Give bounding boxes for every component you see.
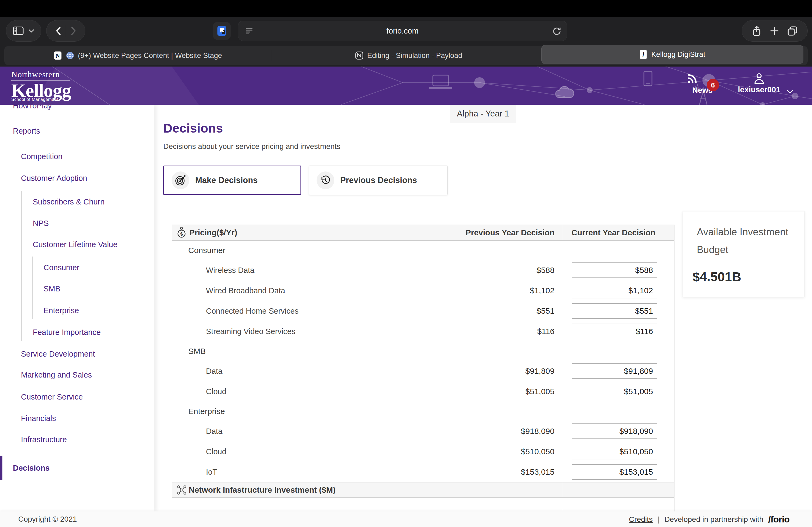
- current-year-input[interactable]: [572, 262, 657, 278]
- budget-card-title: Available Investment Budget: [697, 223, 788, 259]
- category-row-consumer: Consumer: [172, 241, 674, 260]
- svg-text:N: N: [56, 52, 60, 59]
- current-year-input[interactable]: [572, 303, 657, 319]
- current-year-input[interactable]: [572, 363, 657, 379]
- svg-text:/: /: [642, 51, 644, 58]
- previous-year-value: $588: [536, 266, 554, 275]
- footer-separator: |: [657, 515, 659, 524]
- sidebar-item-reports[interactable]: Reports: [13, 123, 40, 139]
- current-year-input[interactable]: [572, 384, 657, 399]
- sidebar-item-competition[interactable]: Competition: [21, 148, 62, 165]
- current-year-input[interactable]: [572, 423, 657, 439]
- reload-icon[interactable]: [552, 26, 562, 36]
- history-icon: [317, 171, 334, 189]
- new-tab-icon[interactable]: [769, 26, 780, 36]
- sidebar-item-enterprise[interactable]: Enterprise: [44, 302, 79, 318]
- previous-decisions-tab[interactable]: Previous Decisions: [309, 166, 448, 195]
- budget-title-line1: Available Investment: [697, 226, 788, 238]
- current-year-input[interactable]: [572, 464, 657, 480]
- sidebar-item-customer-adoption[interactable]: Customer Adoption: [21, 170, 87, 186]
- table-row: Connected Home Services$551: [172, 301, 674, 321]
- row-label: Streaming Video Services: [206, 327, 295, 336]
- news-badge: 6: [707, 79, 719, 91]
- budget-card-value: $4.501B: [693, 269, 741, 284]
- tab-website-pages[interactable]: N (9+) Website Pages Content | Website S…: [4, 46, 271, 65]
- tab-overview-icon[interactable]: [787, 25, 798, 36]
- kellogg-logo[interactable]: Northwestern Kellogg School of Managemen…: [11, 70, 71, 102]
- pricing-table: $ Pricing($/Yr) Previous Year Decision C…: [172, 225, 675, 511]
- tab-kellogg-digistrat[interactable]: / Kellogg DigiStrat: [541, 45, 803, 64]
- network-section-title: Network Infastructure Investment ($M): [189, 485, 336, 495]
- news-button[interactable]: 6 News: [686, 73, 719, 95]
- previous-year-value: $1,102: [530, 286, 554, 295]
- sidebar-item-feature-importance[interactable]: Feature Importance: [33, 324, 101, 340]
- user-menu[interactable]: lexiuser001: [734, 73, 785, 94]
- sidebar-item-customer-service[interactable]: Customer Service: [21, 389, 83, 405]
- footer-credits: Credits | Developed in partnership with …: [629, 514, 789, 525]
- payload-icon: [355, 51, 364, 60]
- sidebar-item-decisions[interactable]: Decisions: [13, 460, 50, 476]
- make-decisions-tab[interactable]: Make Decisions: [163, 166, 301, 195]
- sidebar-item-customer-lifetime-value[interactable]: Customer Lifetime Value: [33, 236, 117, 253]
- sidebar-item-marketing-and-sales[interactable]: Marketing and Sales: [21, 367, 92, 383]
- tab-bar: N (9+) Website Pages Content | Website S…: [0, 45, 812, 66]
- chevron-down-icon: [786, 89, 794, 94]
- site-header: Northwestern Kellogg School of Managemen…: [0, 66, 812, 105]
- sidebar-nav: HowToPlayReportsCompetitionCustomer Adop…: [0, 105, 155, 511]
- previous-decisions-label: Previous Decisions: [340, 176, 417, 185]
- table-row: Cloud$510,050: [172, 441, 674, 462]
- user-icon: [734, 73, 785, 84]
- network-icon: [176, 485, 187, 495]
- forward-button[interactable]: [68, 26, 78, 36]
- sidebar-item-smb[interactable]: SMB: [44, 281, 60, 297]
- tab-label: Editing - Simulation - Payload: [367, 51, 462, 60]
- sidebar-toggle-icon: [12, 26, 24, 36]
- url-text[interactable]: forio.com: [238, 27, 567, 35]
- tab-payload[interactable]: Editing - Simulation - Payload: [271, 46, 546, 65]
- page-title: Decisions: [163, 121, 223, 136]
- previous-year-value: $918,090: [521, 427, 554, 436]
- category-label: SMB: [188, 347, 206, 356]
- back-button[interactable]: [54, 26, 64, 36]
- table-row: Wired Broadband Data$1,102: [172, 281, 674, 301]
- sidebar-toggle-button[interactable]: [6, 20, 41, 42]
- sidebar-item-infrastructure[interactable]: Infrastructure: [21, 432, 67, 448]
- column-current-year: Current Year Decision: [571, 228, 655, 237]
- table-row: Data$918,090: [172, 421, 674, 441]
- previous-year-value: $116: [537, 327, 554, 336]
- notion-icon: N: [53, 51, 62, 60]
- sidebar-item-financials[interactable]: Financials: [21, 410, 56, 426]
- extension-button[interactable]: [213, 22, 231, 40]
- extension-icon: [216, 25, 228, 37]
- sidebar-group-line: [21, 191, 22, 341]
- sidebar-item-howtoplay[interactable]: HowToPlay: [13, 105, 52, 114]
- browser-toolbar: forio.com: [0, 17, 812, 45]
- logo-northwestern: Northwestern: [11, 70, 71, 79]
- sidebar-item-consumer[interactable]: Consumer: [44, 259, 79, 275]
- current-year-input[interactable]: [572, 323, 657, 339]
- previous-year-value: $551: [536, 306, 554, 316]
- pricing-table-title: Pricing($/Yr): [189, 228, 237, 237]
- credits-link[interactable]: Credits: [629, 515, 653, 524]
- address-bar[interactable]: forio.com: [238, 21, 567, 41]
- table-row: Cloud$51,005: [172, 381, 674, 402]
- page-subtitle: Decisions about your service pricing and…: [163, 142, 340, 151]
- sidebar-item-service-development[interactable]: Service Development: [21, 346, 95, 362]
- sidebar-subgroup-line: [32, 257, 33, 319]
- current-year-input[interactable]: [572, 283, 657, 298]
- budget-title-line2: Budget: [697, 244, 728, 255]
- column-previous-year: Previous Year Decision: [466, 228, 554, 237]
- current-year-input[interactable]: [572, 444, 657, 460]
- previous-year-value: $51,005: [525, 387, 554, 396]
- row-label: Cloud: [206, 447, 226, 456]
- sidebar-item-nps[interactable]: NPS: [33, 215, 49, 231]
- partnership-text: Developed in partnership with: [664, 515, 764, 524]
- globe-icon: [66, 51, 75, 60]
- active-item-indicator: [0, 456, 2, 480]
- share-icon[interactable]: [751, 25, 762, 37]
- previous-year-value: $91,809: [525, 366, 554, 376]
- reader-mode-icon[interactable]: [245, 26, 254, 35]
- sidebar-item-subscribers-churn[interactable]: Subscribers & Churn: [33, 194, 105, 210]
- category-row-smb: SMB: [172, 342, 674, 361]
- money-bag-icon: $: [176, 227, 187, 239]
